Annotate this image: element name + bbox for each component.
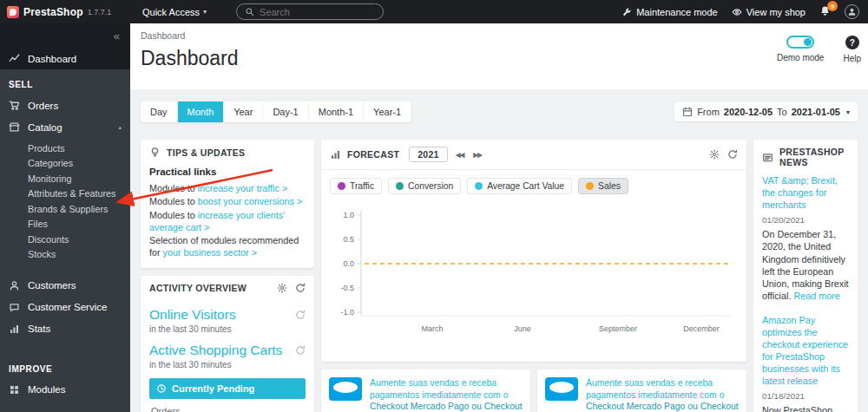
previous-period-button[interactable]: ◀◀ [454,149,466,160]
help-widget[interactable]: ? Help [843,36,861,63]
tip-link-row: Modules to increase your clients' averag… [149,209,306,234]
lightbulb-icon [149,147,161,158]
sidebar-item-modules[interactable]: Modules [0,379,130,401]
forecast-panel-tools [709,149,738,160]
forecast-year-button[interactable]: 2021 [409,147,448,162]
refresh-icon[interactable] [295,283,306,293]
demo-mode-toggle[interactable] [786,36,814,49]
clock-icon [156,383,167,394]
news-headline[interactable]: VAT &amp; Brexit, the changes for mercha… [762,174,849,211]
tip-link-traffic[interactable]: increase your traffic > [198,183,287,193]
legend-label: Traffic [350,181,374,191]
range-month-1-button[interactable]: Month-1 [309,101,364,122]
sidebar-item-brands-suppliers[interactable]: Brands & Suppliers [0,202,130,217]
range-year-1-button[interactable]: Year-1 [364,101,411,122]
currently-pending-banner[interactable]: Currently Pending [149,378,306,399]
forecast-legend: Traffic Conversion Average Cart Value [321,170,746,198]
sidebar-item-customers[interactable]: Customers [0,275,130,297]
refresh-icon[interactable] [727,149,738,160]
sidebar-item-categories[interactable]: Categories [0,156,130,171]
legend-label: Conversion [408,181,453,191]
legend-average-cart-value[interactable]: Average Cart Value [467,178,572,194]
tip-link-business-sector[interactable]: your business sector > [163,247,257,258]
range-buttons: Day Month Year Day-1 Month-1 Year-1 [141,101,411,122]
legend-conversion[interactable]: Conversion [388,178,461,194]
view-my-shop-label: View my shop [746,7,806,17]
promo-text[interactable]: Aumente suas vendas e receba pagamentos … [370,377,523,412]
active-carts-subtitle: in the last 30 minutes [149,360,306,369]
range-year-button[interactable]: Year [224,101,263,122]
sidebar-item-label: Stats [28,324,50,334]
sidebar-item-files[interactable]: Files [0,217,130,232]
search-input[interactable] [260,7,364,17]
sidebar-item-customer-service[interactable]: Customer Service [0,297,130,318]
promo-checkout-link[interactable]: Checkout Mercado Pago ou Checkout [370,402,523,411]
sidebar-section-improve: IMPROVE [0,340,130,379]
read-more-link[interactable]: Read more [793,291,839,301]
view-my-shop-link[interactable]: View my shop [732,7,806,17]
help-icon[interactable]: ? [845,36,859,49]
profile-menu-button[interactable] [845,4,859,19]
global-search[interactable] [236,3,384,20]
news-panel-header: PRESTASHOP NEWS [753,140,858,174]
date-to-label: To [777,107,787,117]
date-from-value: 2020-12-05 [724,107,773,117]
active-carts-link[interactable]: Active Shopping Carts [149,343,306,358]
range-day-1-button[interactable]: Day-1 [263,101,308,122]
topbar: PrestaShop 1.7.7.1 Quick Access ▾ Mainte… [0,0,868,23]
breadcrumb[interactable]: Dashboard [141,30,858,41]
news-item: VAT &amp; Brexit, the changes for mercha… [762,174,849,303]
refresh-icon [295,345,306,356]
range-day-button[interactable]: Day [141,101,178,122]
demo-mode-widget[interactable]: Demo mode [777,36,824,62]
tips-body: Practical links Modules to increase your… [141,165,314,262]
online-visitors-link[interactable]: Online Visitors [149,307,306,323]
sidebar-item-attributes-features[interactable]: Attributes & Features [0,186,130,201]
sidebar-item-monitoring[interactable]: Monitoring [0,172,130,186]
activity-overview-panel: ACTIVITY OVERVIEW Online Visitors in the… [141,276,314,412]
topbar-actions: Maintenance mode View my shop 9 [621,4,868,19]
maintenance-mode-label: Maintenance mode [636,7,718,17]
sidebar-item-catalog[interactable]: Catalog ▴ [0,116,130,138]
prestashop-news-panel: PRESTASHOP NEWS VAT &amp; Brexit, the ch… [753,140,858,412]
page-title: Dashboard [141,47,858,70]
legend-label: Sales [598,181,621,191]
legend-traffic[interactable]: Traffic [330,178,382,194]
maintenance-mode-link[interactable]: Maintenance mode [621,7,718,17]
sidebar-item-discounts[interactable]: Discounts [0,232,130,247]
sidebar-section-sell: SELL [0,69,130,95]
next-period-button[interactable]: ▶▶ [471,149,483,160]
middle-column: FORECAST 2021 ◀◀ ▶▶ Traffic [321,140,746,412]
search-icon [245,7,254,16]
quick-access-menu[interactable]: Quick Access ▾ [142,7,207,17]
news-headline[interactable]: Amazon Pay optimizes the checkout experi… [762,314,849,387]
sidebar-item-dashboard[interactable]: Dashboard [0,48,130,69]
promo-text[interactable]: Aumente suas vendas e receba pagamentos … [586,377,739,412]
legend-sales[interactable]: Sales [578,178,628,194]
range-month-button[interactable]: Month [178,101,225,122]
y-tick-label: -0.5 [340,284,354,292]
x-axis-label: March [421,324,443,333]
news-date: 01/20/2021 [762,215,849,225]
activity-panel-tools [277,283,306,293]
tip-link-conversions[interactable]: boost your conversions > [198,196,302,206]
chat-icon [9,302,20,313]
x-axis-label: December [683,324,720,333]
help-label: Help [843,54,861,63]
gear-icon[interactable] [709,149,720,160]
date-to-value: 2021-01-05 [792,107,840,117]
sidebar-item-orders[interactable]: Orders [0,95,130,116]
sidebar-item-stats[interactable]: Stats [0,318,130,340]
notifications-button[interactable]: 9 [819,5,831,18]
prestashop-logo[interactable]: PrestaShop 1.7.7.1 [0,6,130,18]
main-content: Dashboard Dashboard Demo mode ? Help Day… [130,23,868,412]
promo-checkout-link[interactable]: Checkout Mercado Pago ou Checkout [586,402,739,411]
mercadopago-promo-card[interactable]: Aumente suas vendas e receba pagamentos … [321,369,530,412]
date-range-picker[interactable]: From 2020-12-05 To 2021-01-05 ▾ [674,102,858,121]
mercadopago-promo-card[interactable]: Aumente suas vendas e receba pagamentos … [537,369,746,412]
sidebar-item-stocks[interactable]: Stocks [0,247,130,262]
gear-icon[interactable] [277,283,287,293]
sidebar-item-products[interactable]: Products [0,141,130,156]
sidebar-collapse-button[interactable]: « [0,23,130,48]
pending-orders-label[interactable]: Orders [149,399,306,412]
